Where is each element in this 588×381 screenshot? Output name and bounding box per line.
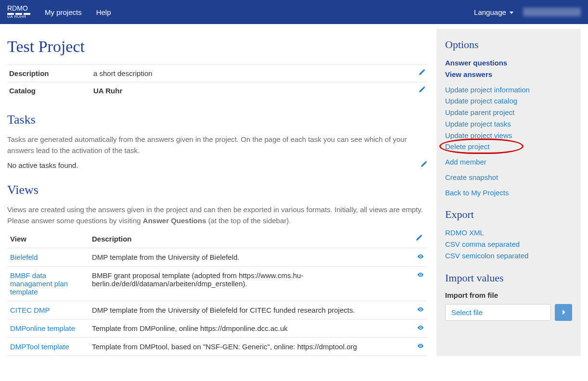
view-link[interactable]: DMPTool template: [10, 343, 69, 351]
sidebar-create-snapshot[interactable]: Create snapshot: [445, 172, 572, 183]
chevron-down-icon: [510, 12, 513, 14]
view-eye-button[interactable]: [412, 319, 427, 338]
pencil-icon: [420, 161, 427, 169]
view-link[interactable]: BMBF data managament plan template: [10, 271, 68, 296]
page-title: Test Project: [7, 38, 427, 56]
view-description: DMP template from the University of Biel…: [89, 248, 412, 267]
sidebar-view-answers[interactable]: View answers: [445, 69, 572, 80]
eye-icon: [417, 343, 424, 351]
main-content: Test Project Description a short descrip…: [7, 29, 427, 356]
catalog-value: UA Ruhr: [93, 87, 418, 95]
table-row: DMPTool templateTemplate from DMPtool, b…: [7, 338, 427, 356]
views-heading: Views: [7, 183, 427, 197]
view-eye-button[interactable]: [412, 301, 427, 319]
export-csv-semi[interactable]: CSV semicolon separated: [445, 251, 572, 261]
catalog-label: Catalog: [9, 87, 93, 95]
export-rdmo-xml[interactable]: RDMO XML: [445, 228, 572, 238]
edit-catalog-button[interactable]: [418, 87, 425, 95]
import-from-file-label: Import from file: [445, 291, 572, 299]
nav-my-projects[interactable]: My projects: [45, 8, 82, 16]
pencil-icon: [418, 87, 425, 95]
eye-icon: [417, 271, 424, 279]
brand[interactable]: RDMO UA RUHR: [7, 5, 30, 19]
export-csv-comma[interactable]: CSV comma separated: [445, 239, 572, 250]
sidebar: Options Answer questions View answers Up…: [436, 29, 581, 356]
arrow-right-icon: [560, 309, 567, 316]
nav-help[interactable]: Help: [96, 8, 111, 16]
sidebar-delete-project[interactable]: Delete project: [445, 141, 572, 152]
views-table: View Description BielefeldDMP template f…: [7, 230, 427, 356]
project-description-row: Description a short description: [7, 64, 427, 82]
table-row: CITEC DMPDMP template from the Universit…: [7, 301, 427, 319]
tasks-heading: Tasks: [7, 113, 427, 127]
user-menu-blurred[interactable]: [523, 8, 581, 16]
import-submit-button[interactable]: [555, 304, 572, 321]
export-heading: Export: [445, 208, 572, 221]
eye-icon: [417, 306, 424, 314]
nav-links: My projects Help: [45, 8, 111, 16]
view-description: Template from DMPonline, online https://…: [89, 319, 412, 338]
views-col-view: View: [7, 230, 89, 248]
brand-subtext: UA RUHR: [7, 15, 30, 19]
views-intro: Views are created using the answers give…: [7, 204, 427, 227]
eye-icon: [417, 253, 424, 261]
edit-tasks-button[interactable]: [420, 161, 427, 169]
table-row: DMPonline templateTemplate from DMPonlin…: [7, 319, 427, 338]
import-heading: Import values: [445, 272, 572, 284]
pencil-icon: [418, 70, 425, 77]
brand-text: RDMO: [7, 5, 30, 12]
view-link[interactable]: CITEC DMP: [10, 306, 50, 314]
description-label: Description: [9, 69, 93, 77]
project-catalog-row: Catalog UA Ruhr: [7, 82, 427, 99]
view-description: Template from DMPtool, based on "NSF-GEN…: [89, 338, 412, 356]
view-eye-button[interactable]: [412, 248, 427, 267]
sidebar-update-views[interactable]: Update project views: [445, 130, 572, 141]
navbar: RDMO UA RUHR My projects Help Language: [0, 0, 588, 24]
view-description: BMBF grant proposal template (adopted fr…: [89, 267, 412, 301]
options-heading: Options: [445, 38, 572, 51]
sidebar-update-info[interactable]: Update project information: [445, 85, 572, 95]
sidebar-answer-questions[interactable]: Answer questions: [445, 58, 572, 68]
sidebar-update-parent[interactable]: Update parent project: [445, 107, 572, 118]
table-row: BielefeldDMP template from the Universit…: [7, 248, 427, 267]
view-description: DMP template from the University of Biel…: [89, 301, 412, 319]
tasks-intro: Tasks are generated automatically from t…: [7, 134, 427, 156]
table-row: BMBF data managament plan templateBMBF g…: [7, 267, 427, 301]
pencil-icon: [415, 235, 422, 243]
views-intro-strong: Answer Questions: [143, 216, 206, 225]
edit-views-button[interactable]: [412, 230, 427, 248]
select-file-button[interactable]: Select file: [445, 304, 551, 321]
language-label: Language: [474, 8, 506, 16]
sidebar-back[interactable]: Back to My Projects: [445, 188, 572, 198]
view-link[interactable]: Bielefeld: [10, 253, 38, 261]
views-intro-b: (at the top of the sidebar).: [206, 216, 291, 225]
view-eye-button[interactable]: [412, 338, 427, 356]
views-col-desc: Description: [89, 230, 412, 248]
tasks-empty-text: No active tasks found.: [7, 161, 78, 169]
view-link[interactable]: DMPonline template: [10, 324, 75, 332]
sidebar-update-tasks[interactable]: Update project tasks: [445, 119, 572, 129]
edit-description-button[interactable]: [418, 69, 425, 77]
sidebar-update-catalog[interactable]: Update project catalog: [445, 96, 572, 106]
sidebar-add-member[interactable]: Add member: [445, 157, 572, 167]
description-value: a short description: [93, 69, 418, 77]
view-eye-button[interactable]: [412, 267, 427, 301]
language-dropdown[interactable]: Language: [474, 8, 513, 16]
eye-icon: [417, 324, 424, 332]
